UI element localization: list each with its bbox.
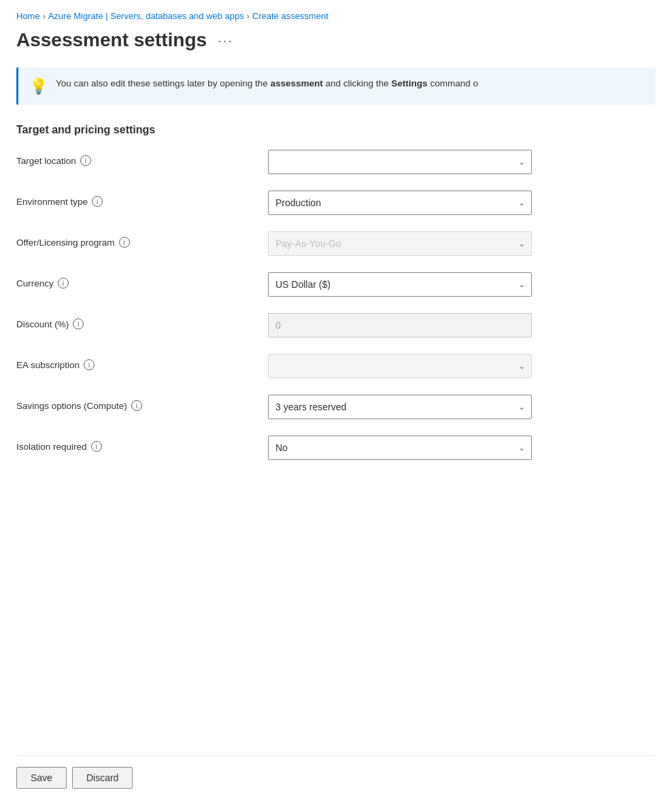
- environment-type-control: Production Dev/Test ⌄: [268, 191, 532, 215]
- breadcrumb: Home › Azure Migrate | Servers, database…: [16, 11, 656, 21]
- currency-info-icon[interactable]: i: [58, 278, 69, 289]
- more-options-button[interactable]: ···: [215, 30, 236, 51]
- isolation-required-label: Isolation required i: [16, 436, 268, 452]
- offer-licensing-label: Offer/Licensing program i: [16, 231, 268, 248]
- target-location-control: East US West US East US 2 West Europe ⌄: [268, 150, 532, 174]
- section-title: Target and pricing settings: [16, 124, 656, 136]
- environment-type-info-icon[interactable]: i: [92, 196, 103, 207]
- currency-label: Currency i: [16, 272, 268, 289]
- page-title: Assessment settings: [16, 29, 207, 51]
- discount-input[interactable]: [268, 313, 532, 338]
- info-banner-text: You can also edit these settings later b…: [56, 77, 478, 91]
- target-location-select[interactable]: East US West US East US 2 West Europe: [268, 150, 532, 174]
- target-location-info-icon[interactable]: i: [80, 155, 91, 166]
- isolation-required-control: No Yes ⌄: [268, 436, 532, 460]
- savings-options-select[interactable]: 3 years reserved 1 year reserved Pay-as-…: [268, 395, 532, 419]
- footer: Save Discard: [16, 755, 656, 805]
- savings-options-info-icon[interactable]: i: [131, 400, 142, 411]
- breadcrumb-azure-migrate[interactable]: Azure Migrate | Servers, databases and w…: [48, 11, 244, 21]
- discount-label: Discount (%) i: [16, 313, 268, 329]
- bulb-icon: 💡: [29, 78, 48, 95]
- currency-row: Currency i US Dollar ($) Euro (€) Britis…: [16, 272, 656, 297]
- target-location-row: Target location i East US West US East U…: [16, 150, 656, 174]
- page-header: Assessment settings ···: [16, 29, 656, 51]
- savings-options-label: Savings options (Compute) i: [16, 395, 268, 411]
- offer-licensing-select[interactable]: Pay-As-You-Go: [268, 231, 532, 256]
- offer-licensing-row: Offer/Licensing program i Pay-As-You-Go …: [16, 231, 656, 256]
- ea-subscription-row: EA subscription i ⌄: [16, 354, 656, 378]
- environment-type-label: Environment type i: [16, 191, 268, 207]
- environment-type-select[interactable]: Production Dev/Test: [268, 191, 532, 215]
- isolation-required-row: Isolation required i No Yes ⌄: [16, 436, 656, 460]
- isolation-required-info-icon[interactable]: i: [91, 441, 102, 452]
- ea-subscription-select[interactable]: [268, 354, 532, 378]
- ea-subscription-info-icon[interactable]: i: [84, 359, 95, 370]
- savings-options-control: 3 years reserved 1 year reserved Pay-as-…: [268, 395, 532, 419]
- form-section: Target and pricing settings Target locat…: [16, 124, 656, 616]
- target-location-label: Target location i: [16, 150, 268, 166]
- breadcrumb-sep-1: ›: [43, 12, 46, 21]
- discount-info-icon[interactable]: i: [73, 318, 84, 329]
- breadcrumb-home[interactable]: Home: [16, 11, 40, 21]
- ea-subscription-control: ⌄: [268, 354, 532, 378]
- offer-licensing-control: Pay-As-You-Go ⌄: [268, 231, 532, 256]
- savings-options-row: Savings options (Compute) i 3 years rese…: [16, 395, 656, 419]
- discard-button[interactable]: Discard: [72, 767, 133, 789]
- currency-select[interactable]: US Dollar ($) Euro (€) British Pound (£): [268, 272, 532, 297]
- ea-subscription-label: EA subscription i: [16, 354, 268, 370]
- info-banner: 💡 You can also edit these settings later…: [16, 67, 656, 105]
- breadcrumb-sep-2: ›: [247, 12, 250, 21]
- environment-type-row: Environment type i Production Dev/Test ⌄: [16, 191, 656, 215]
- currency-control: US Dollar ($) Euro (€) British Pound (£)…: [268, 272, 532, 297]
- offer-licensing-info-icon[interactable]: i: [119, 237, 130, 248]
- isolation-required-select[interactable]: No Yes: [268, 436, 532, 460]
- save-button[interactable]: Save: [16, 767, 67, 789]
- breadcrumb-create-assessment[interactable]: Create assessment: [252, 11, 329, 21]
- discount-control: [268, 313, 532, 338]
- discount-row: Discount (%) i: [16, 313, 656, 338]
